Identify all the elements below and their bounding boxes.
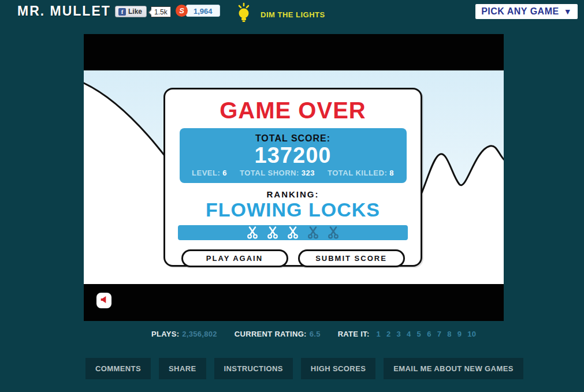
facebook-like-widget[interactable]: f Like 1.5k bbox=[115, 6, 171, 17]
rate-numbers: 1 2 3 4 5 6 7 8 9 10 bbox=[376, 330, 476, 338]
email-me-button[interactable]: EMAIL ME ABOUT NEW GAMES bbox=[384, 358, 523, 379]
speaker-icon bbox=[99, 295, 109, 306]
total-score-value: 137200 bbox=[180, 144, 407, 167]
rate-option-3[interactable]: 3 bbox=[397, 330, 401, 338]
ranking-value: FLOWING LOCKS bbox=[165, 199, 421, 220]
rate-option-10[interactable]: 10 bbox=[467, 330, 476, 338]
rate-option-8[interactable]: 8 bbox=[447, 330, 452, 338]
play-again-button[interactable]: PLAY AGAIN bbox=[181, 249, 288, 267]
dialog-buttons-row: PLAY AGAIN SUBMIT SCORE bbox=[165, 249, 421, 267]
letterbox-bottom bbox=[84, 284, 504, 321]
high-scores-button[interactable]: HIGH SCORES bbox=[301, 358, 375, 379]
site-title: MR. MULLET bbox=[17, 3, 111, 19]
pick-any-game-label: PICK ANY GAME bbox=[481, 6, 559, 17]
lightbulb-icon bbox=[234, 2, 254, 27]
stumbleupon-widget[interactable]: S 1,964 bbox=[176, 5, 220, 17]
game-over-title: GAME OVER bbox=[165, 98, 421, 124]
instructions-button[interactable]: INSTRUCTIONS bbox=[214, 358, 293, 379]
stumbleupon-count: 1,964 bbox=[186, 5, 220, 17]
rate-option-9[interactable]: 9 bbox=[457, 330, 462, 338]
facebook-like-button[interactable]: f Like bbox=[115, 6, 147, 17]
killed-stat: TOTAL KILLED:8 bbox=[328, 169, 394, 177]
letterbox-top bbox=[84, 34, 504, 70]
level-stat: LEVEL:6 bbox=[192, 169, 227, 177]
scissors-icon bbox=[286, 226, 300, 240]
ranking-meter bbox=[178, 225, 408, 240]
top-bar: MR. MULLET f Like 1.5k S 1,964 DIM THE L… bbox=[0, 0, 584, 27]
comments-button[interactable]: COMMENTS bbox=[85, 358, 151, 379]
rate-option-5[interactable]: 5 bbox=[417, 330, 422, 338]
share-button[interactable]: SHARE bbox=[159, 358, 206, 379]
footer-nav: COMMENTS SHARE INSTRUCTIONS HIGH SCORES … bbox=[85, 358, 523, 379]
rate-option-6[interactable]: 6 bbox=[427, 330, 432, 338]
game-over-dialog: GAME OVER TOTAL SCORE: 137200 LEVEL:6 TO… bbox=[163, 88, 422, 267]
submit-score-button[interactable]: SUBMIT SCORE bbox=[298, 249, 405, 267]
rate-it-group: RATE IT: 1 2 3 4 5 6 7 8 9 10 bbox=[338, 330, 477, 338]
scissors-icon bbox=[245, 226, 259, 240]
facebook-like-count: 1.5k bbox=[151, 6, 171, 17]
facebook-icon: f bbox=[118, 8, 126, 16]
chevron-down-icon: ▼ bbox=[564, 7, 572, 16]
score-stats-row: LEVEL:6 TOTAL SHORN:323 TOTAL KILLED:8 bbox=[180, 169, 407, 177]
stumbleupon-icon: S bbox=[176, 5, 188, 17]
score-panel: TOTAL SCORE: 137200 LEVEL:6 TOTAL SHORN:… bbox=[180, 128, 407, 183]
pick-any-game-dropdown[interactable]: PICK ANY GAME ▼ bbox=[475, 4, 578, 19]
scissors-icon bbox=[266, 226, 280, 240]
shorn-stat: TOTAL SHORN:323 bbox=[240, 169, 315, 177]
dim-the-lights-label: DIM THE LIGHTS bbox=[261, 10, 325, 19]
scissors-icon bbox=[326, 226, 340, 240]
rate-option-4[interactable]: 4 bbox=[407, 330, 411, 338]
game-stats-bar: PLAYS:2,356,802 CURRENT RATING:6.5 RATE … bbox=[151, 330, 476, 338]
total-score-label: TOTAL SCORE: bbox=[180, 133, 407, 144]
plays-stat: PLAYS:2,356,802 bbox=[151, 330, 217, 338]
facebook-like-label: Like bbox=[128, 8, 142, 16]
ranking-label: RANKING: bbox=[165, 189, 421, 199]
rate-option-1[interactable]: 1 bbox=[376, 330, 381, 338]
rating-stat: CURRENT RATING:6.5 bbox=[235, 330, 321, 338]
dim-the-lights-toggle[interactable]: DIM THE LIGHTS bbox=[234, 2, 325, 27]
sound-toggle-button[interactable] bbox=[96, 293, 111, 308]
rate-option-7[interactable]: 7 bbox=[437, 330, 442, 338]
rate-option-2[interactable]: 2 bbox=[386, 330, 391, 338]
game-stage: GAME OVER TOTAL SCORE: 137200 LEVEL:6 TO… bbox=[84, 34, 504, 321]
scissors-icon bbox=[306, 226, 320, 240]
